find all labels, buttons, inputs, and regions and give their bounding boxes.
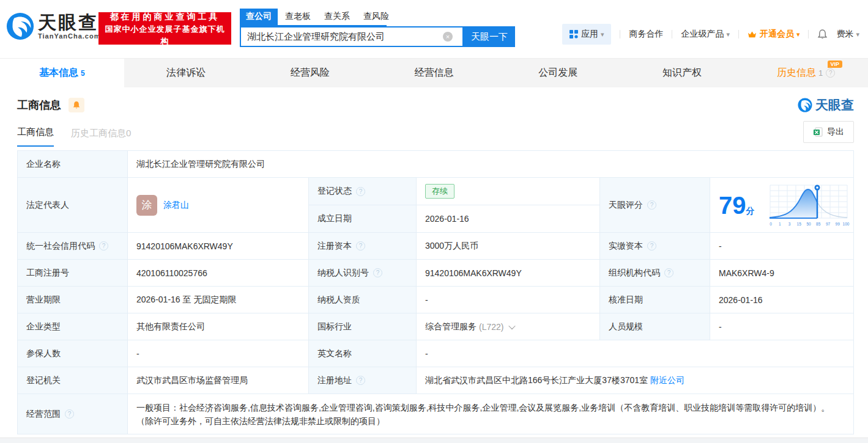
help-icon[interactable] (647, 200, 656, 210)
nearby-companies-link[interactable]: 附近公司 (650, 375, 684, 386)
taxpayer-quality-value: - (417, 287, 600, 313)
notifications-bell-icon[interactable] (817, 29, 828, 40)
tab-operation-risk[interactable]: 经营风险 (248, 59, 372, 87)
help-icon[interactable] (99, 241, 108, 251)
export-button[interactable]: 导出 (803, 121, 854, 143)
section-title: 工商信息 (17, 98, 61, 112)
page-bottom-divider (0, 438, 868, 443)
taxpayer-id-value: 91420106MAK6XRW49Y (417, 260, 600, 287)
search-tab-risk[interactable]: 查风险 (357, 9, 395, 25)
svg-text:50: 50 (806, 222, 811, 226)
tianyancha-swirl-icon (798, 98, 812, 112)
credit-code-value: 91420106MAK6XRW49Y (128, 233, 309, 260)
staff-size-value: - (710, 313, 854, 340)
field-label: 纳税人识别号 (309, 260, 417, 287)
top-navigation: 应用 商务合作 企业级产品 开通会员 费米 (562, 23, 859, 45)
vip-badge: VIP (828, 60, 843, 68)
field-label: 纳税人资质 (309, 287, 417, 313)
excel-icon (813, 127, 823, 137)
reg-status-value: 存续 (417, 178, 600, 205)
help-icon[interactable] (356, 376, 365, 385)
establish-date-value: 2026-01-16 (417, 205, 600, 233)
site-header: 天眼查 TianYanCha.com 都在用的商业查询工具 国家中小企业发展子基… (0, 0, 868, 58)
promo-banner: 都在用的商业查询工具 国家中小企业发展子基金旗下机构 (98, 12, 231, 45)
tab-basic-info[interactable]: 基本信息 5 (0, 59, 124, 87)
company-name-value: 湖北长江企业管理研究院有限公司 (128, 151, 854, 178)
search-tab-boss[interactable]: 查老板 (279, 9, 317, 25)
tab-history-info[interactable]: VIP 历史信息 1 (744, 59, 868, 87)
status-badge: 存续 (425, 184, 454, 199)
nav-apps[interactable]: 应用 (562, 24, 612, 45)
help-icon[interactable] (356, 187, 365, 196)
legal-rep-link[interactable]: 涂君山 (163, 200, 189, 211)
tab-intellectual-property[interactable]: 知识产权 (620, 59, 744, 87)
logo-domain: TianYanCha.com (38, 32, 100, 40)
subtab-row: 工商信息 历史工商信息0 导出 (0, 119, 868, 147)
org-code-value: MAK6XRW4-9 (710, 260, 854, 287)
help-icon[interactable] (356, 241, 365, 251)
field-label: 实缴资本 (600, 233, 710, 260)
search-input[interactable] (240, 26, 464, 47)
search-tab-relation[interactable]: 查关系 (318, 9, 356, 25)
search-area: 查公司 查老板 查关系 查风险 天眼一下 (240, 9, 515, 47)
tab-operation-info[interactable]: 经营信息 (372, 59, 496, 87)
monitor-bell-icon[interactable] (69, 98, 84, 112)
nav-cooperation[interactable]: 商务合作 (629, 29, 663, 40)
insured-count-value: - (128, 340, 309, 367)
field-label: 核准日期 (600, 287, 710, 313)
clear-search-icon[interactable] (443, 32, 453, 42)
svg-text:100: 100 (843, 222, 850, 226)
legal-rep-cell: 涂 涂君山 (128, 178, 309, 233)
svg-text:1: 1 (779, 222, 781, 226)
industry-value: 综合管理服务 (L722) (417, 313, 600, 340)
english-name-value: - (417, 340, 854, 367)
tab-company-development[interactable]: 公司发展 (496, 59, 620, 87)
tab-count: 1 (818, 68, 823, 78)
field-label: 营业期限 (18, 287, 128, 313)
reg-capital-value: 3000万人民币 (417, 233, 600, 260)
help-icon[interactable] (826, 68, 835, 78)
field-label: 组织机构代码 (600, 260, 710, 287)
help-icon[interactable] (65, 409, 74, 419)
business-scope-value: 一般项目：社会经济咨询服务,信息技术咨询服务,企业管理咨询,咨询策划服务,科技中… (128, 394, 854, 434)
reg-address-value: 湖北省武汉市武昌区中北路166号长江产业大厦37楼3701室 附近公司 (417, 367, 854, 394)
field-label: 国标行业 (309, 313, 417, 340)
help-icon[interactable] (664, 268, 673, 277)
search-button[interactable]: 天眼一下 (464, 26, 515, 47)
promo-line2: 国家中小企业发展子基金旗下机构 (102, 23, 228, 48)
company-tabs: 基本信息 5 法律诉讼 经营风险 经营信息 公司发展 知识产权 VIP 历史信息… (0, 58, 868, 87)
help-icon[interactable] (647, 241, 656, 251)
svg-text:97: 97 (826, 222, 831, 226)
field-label: 企业类型 (18, 313, 128, 340)
reg-number-value: 420106110025766 (128, 260, 309, 287)
business-term-value: 2026-01-16 至 无固定期限 (128, 287, 309, 313)
field-label: 注册地址 (309, 367, 417, 394)
tab-count: 5 (81, 69, 85, 78)
score-unit: 分 (746, 206, 755, 216)
score-value: 79 (719, 192, 746, 219)
svg-text:15: 15 (797, 222, 802, 226)
tab-legal-litigation[interactable]: 法律诉讼 (124, 59, 248, 87)
nav-open-membership[interactable]: 开通会员 (747, 29, 800, 40)
industry-code: (L722) (479, 322, 503, 332)
nav-user-menu[interactable]: 费米 (836, 29, 859, 40)
field-label: 企业名称 (18, 151, 128, 178)
subtab-business-info[interactable]: 工商信息 (17, 126, 54, 147)
help-icon[interactable] (373, 268, 382, 277)
tianyancha-logo[interactable]: 天眼查 TianYanCha.com (6, 12, 100, 40)
legal-rep-avatar[interactable]: 涂 (136, 195, 157, 216)
nav-enterprise-products[interactable]: 企业级产品 (681, 29, 730, 40)
field-label: 人员规模 (600, 313, 710, 340)
search-tab-company[interactable]: 查公司 (240, 9, 278, 25)
field-label: 参保人数 (18, 340, 128, 367)
field-label: 登记机关 (18, 367, 128, 394)
field-label: 经营范围 (18, 394, 128, 434)
apps-grid-icon (569, 30, 578, 38)
field-label: 登记状态 (309, 178, 417, 205)
svg-text:0: 0 (770, 222, 772, 226)
field-label: 天眼评分 (600, 178, 710, 233)
field-label: 注册资本 (309, 233, 417, 260)
subtab-history-business-info[interactable]: 历史工商信息0 (71, 128, 131, 147)
chevron-down-icon[interactable] (509, 322, 516, 329)
section-header: 工商信息 天眼查 (0, 87, 868, 119)
